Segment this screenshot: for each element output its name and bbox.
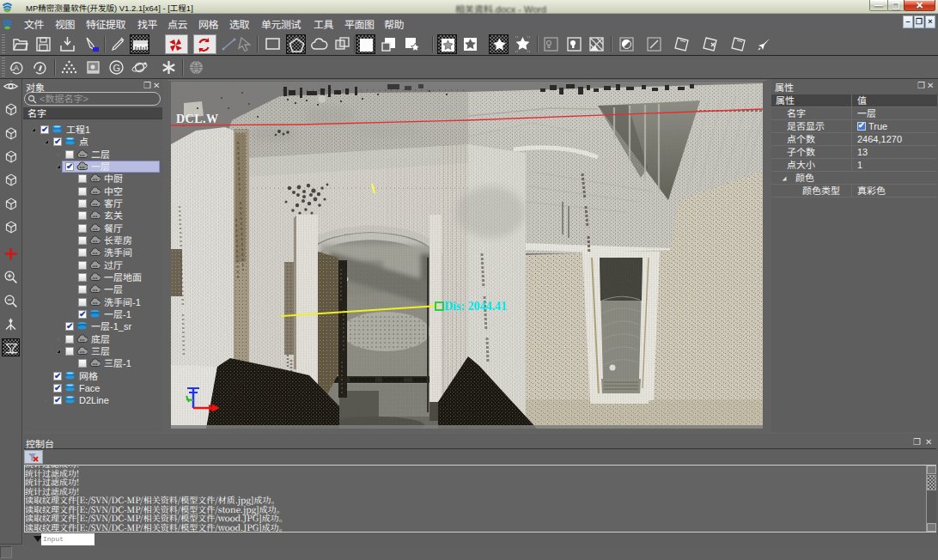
- svg-text:G: G: [113, 63, 121, 73]
- svg-text:Dis: 2044.41: Dis: 2044.41: [444, 300, 507, 313]
- svg-text:DCL.W: DCL.W: [176, 113, 219, 125]
- svg-text:A: A: [14, 64, 19, 72]
